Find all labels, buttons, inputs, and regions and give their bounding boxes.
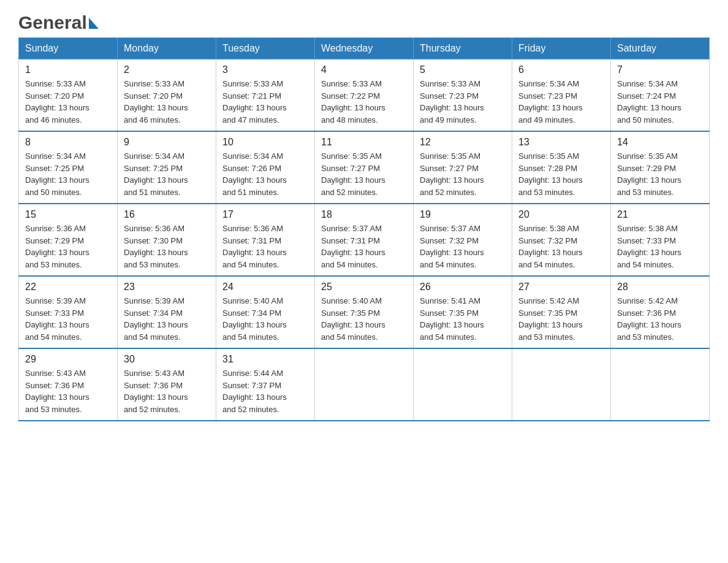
day-number: 29 [25, 354, 111, 365]
col-header-monday: Monday [118, 38, 216, 59]
calendar-cell: 18 Sunrise: 5:37 AM Sunset: 7:31 PM Dayl… [315, 204, 414, 276]
day-info: Sunrise: 5:44 AM Sunset: 7:37 PM Dayligh… [222, 367, 308, 415]
day-number: 16 [124, 209, 210, 220]
day-info: Sunrise: 5:36 AM Sunset: 7:29 PM Dayligh… [25, 223, 111, 270]
day-info: Sunrise: 5:43 AM Sunset: 7:36 PM Dayligh… [25, 367, 111, 415]
day-info: Sunrise: 5:34 AM Sunset: 7:25 PM Dayligh… [25, 150, 111, 198]
day-number: 4 [321, 64, 407, 75]
day-info: Sunrise: 5:42 AM Sunset: 7:36 PM Dayligh… [617, 295, 703, 343]
calendar-cell: 22 Sunrise: 5:39 AM Sunset: 7:33 PM Dayl… [19, 276, 118, 348]
calendar-cell: 28 Sunrise: 5:42 AM Sunset: 7:36 PM Dayl… [611, 276, 710, 348]
day-info: Sunrise: 5:35 AM Sunset: 7:27 PM Dayligh… [420, 150, 506, 198]
calendar-cell: 29 Sunrise: 5:43 AM Sunset: 7:36 PM Dayl… [19, 348, 118, 421]
logo: General [18, 12, 99, 31]
col-header-tuesday: Tuesday [216, 38, 315, 59]
day-info: Sunrise: 5:33 AM Sunset: 7:20 PM Dayligh… [124, 78, 210, 126]
day-info: Sunrise: 5:37 AM Sunset: 7:31 PM Dayligh… [321, 223, 407, 270]
day-info: Sunrise: 5:34 AM Sunset: 7:24 PM Dayligh… [617, 78, 703, 126]
day-number: 5 [420, 64, 506, 75]
calendar-cell: 25 Sunrise: 5:40 AM Sunset: 7:35 PM Dayl… [315, 276, 414, 348]
day-number: 1 [25, 64, 111, 75]
day-info: Sunrise: 5:35 AM Sunset: 7:28 PM Dayligh… [518, 150, 604, 198]
calendar-cell: 9 Sunrise: 5:34 AM Sunset: 7:25 PM Dayli… [118, 131, 216, 204]
day-info: Sunrise: 5:38 AM Sunset: 7:33 PM Dayligh… [617, 223, 703, 270]
calendar-week-row: 15 Sunrise: 5:36 AM Sunset: 7:29 PM Dayl… [19, 204, 710, 276]
calendar-cell: 21 Sunrise: 5:38 AM Sunset: 7:33 PM Dayl… [611, 204, 710, 276]
day-number: 3 [222, 64, 308, 75]
day-number: 2 [124, 64, 210, 75]
day-info: Sunrise: 5:34 AM Sunset: 7:25 PM Dayligh… [124, 150, 210, 198]
day-number: 14 [617, 137, 703, 148]
calendar-cell: 23 Sunrise: 5:39 AM Sunset: 7:34 PM Dayl… [118, 276, 216, 348]
calendar-cell: 11 Sunrise: 5:35 AM Sunset: 7:27 PM Dayl… [315, 131, 414, 204]
day-info: Sunrise: 5:41 AM Sunset: 7:35 PM Dayligh… [420, 295, 506, 343]
col-header-wednesday: Wednesday [315, 38, 414, 59]
calendar-cell: 2 Sunrise: 5:33 AM Sunset: 7:20 PM Dayli… [118, 59, 216, 132]
day-number: 11 [321, 137, 407, 148]
calendar-cell: 14 Sunrise: 5:35 AM Sunset: 7:29 PM Dayl… [611, 131, 710, 204]
day-number: 13 [518, 137, 604, 148]
calendar-cell: 26 Sunrise: 5:41 AM Sunset: 7:35 PM Dayl… [414, 276, 512, 348]
calendar-cell: 10 Sunrise: 5:34 AM Sunset: 7:26 PM Dayl… [216, 131, 315, 204]
col-header-sunday: Sunday [19, 38, 118, 59]
day-info: Sunrise: 5:39 AM Sunset: 7:33 PM Dayligh… [25, 295, 111, 343]
day-number: 18 [321, 209, 407, 220]
day-info: Sunrise: 5:35 AM Sunset: 7:29 PM Dayligh… [617, 150, 703, 198]
day-number: 8 [25, 137, 111, 148]
calendar-week-row: 29 Sunrise: 5:43 AM Sunset: 7:36 PM Dayl… [19, 348, 710, 421]
logo-general-text: General [18, 12, 87, 33]
day-info: Sunrise: 5:33 AM Sunset: 7:22 PM Dayligh… [321, 78, 407, 126]
day-number: 24 [222, 282, 308, 293]
calendar-cell: 5 Sunrise: 5:33 AM Sunset: 7:23 PM Dayli… [414, 59, 512, 132]
calendar-cell: 3 Sunrise: 5:33 AM Sunset: 7:21 PM Dayli… [216, 59, 315, 132]
day-info: Sunrise: 5:35 AM Sunset: 7:27 PM Dayligh… [321, 150, 407, 198]
day-number: 17 [222, 209, 308, 220]
day-number: 12 [420, 137, 506, 148]
calendar-cell [315, 348, 414, 421]
calendar-week-row: 1 Sunrise: 5:33 AM Sunset: 7:20 PM Dayli… [19, 59, 710, 132]
page-header: General [18, 12, 710, 31]
day-info: Sunrise: 5:36 AM Sunset: 7:31 PM Dayligh… [222, 223, 308, 270]
day-number: 31 [222, 354, 308, 365]
day-info: Sunrise: 5:33 AM Sunset: 7:21 PM Dayligh… [222, 78, 308, 126]
day-info: Sunrise: 5:36 AM Sunset: 7:30 PM Dayligh… [124, 223, 210, 270]
day-info: Sunrise: 5:38 AM Sunset: 7:32 PM Dayligh… [518, 223, 604, 270]
day-number: 10 [222, 137, 308, 148]
day-number: 23 [124, 282, 210, 293]
day-number: 19 [420, 209, 506, 220]
calendar-cell: 27 Sunrise: 5:42 AM Sunset: 7:35 PM Dayl… [512, 276, 611, 348]
calendar-week-row: 22 Sunrise: 5:39 AM Sunset: 7:33 PM Dayl… [19, 276, 710, 348]
calendar-cell: 20 Sunrise: 5:38 AM Sunset: 7:32 PM Dayl… [512, 204, 611, 276]
day-info: Sunrise: 5:37 AM Sunset: 7:32 PM Dayligh… [420, 223, 506, 270]
day-info: Sunrise: 5:39 AM Sunset: 7:34 PM Dayligh… [124, 295, 210, 343]
day-number: 27 [518, 282, 604, 293]
day-number: 7 [617, 64, 703, 75]
calendar-cell: 15 Sunrise: 5:36 AM Sunset: 7:29 PM Dayl… [19, 204, 118, 276]
calendar-cell: 1 Sunrise: 5:33 AM Sunset: 7:20 PM Dayli… [19, 59, 118, 132]
col-header-saturday: Saturday [611, 38, 710, 59]
day-number: 26 [420, 282, 506, 293]
day-number: 22 [25, 282, 111, 293]
day-number: 6 [518, 64, 604, 75]
calendar-cell: 31 Sunrise: 5:44 AM Sunset: 7:37 PM Dayl… [216, 348, 315, 421]
calendar-cell: 6 Sunrise: 5:34 AM Sunset: 7:23 PM Dayli… [512, 59, 611, 132]
calendar-week-row: 8 Sunrise: 5:34 AM Sunset: 7:25 PM Dayli… [19, 131, 710, 204]
calendar-cell: 13 Sunrise: 5:35 AM Sunset: 7:28 PM Dayl… [512, 131, 611, 204]
day-info: Sunrise: 5:42 AM Sunset: 7:35 PM Dayligh… [518, 295, 604, 343]
day-number: 28 [617, 282, 703, 293]
calendar-cell: 24 Sunrise: 5:40 AM Sunset: 7:34 PM Dayl… [216, 276, 315, 348]
day-number: 20 [518, 209, 604, 220]
calendar-cell: 4 Sunrise: 5:33 AM Sunset: 7:22 PM Dayli… [315, 59, 414, 132]
day-info: Sunrise: 5:43 AM Sunset: 7:36 PM Dayligh… [124, 367, 210, 415]
calendar-cell: 30 Sunrise: 5:43 AM Sunset: 7:36 PM Dayl… [118, 348, 216, 421]
day-number: 9 [124, 137, 210, 148]
calendar-cell [512, 348, 611, 421]
calendar-cell: 16 Sunrise: 5:36 AM Sunset: 7:30 PM Dayl… [118, 204, 216, 276]
day-number: 21 [617, 209, 703, 220]
calendar-table: SundayMondayTuesdayWednesdayThursdayFrid… [18, 37, 710, 421]
day-info: Sunrise: 5:34 AM Sunset: 7:23 PM Dayligh… [518, 78, 604, 126]
day-info: Sunrise: 5:40 AM Sunset: 7:34 PM Dayligh… [222, 295, 308, 343]
day-number: 25 [321, 282, 407, 293]
calendar-header-row: SundayMondayTuesdayWednesdayThursdayFrid… [19, 38, 710, 59]
day-info: Sunrise: 5:33 AM Sunset: 7:23 PM Dayligh… [420, 78, 506, 126]
